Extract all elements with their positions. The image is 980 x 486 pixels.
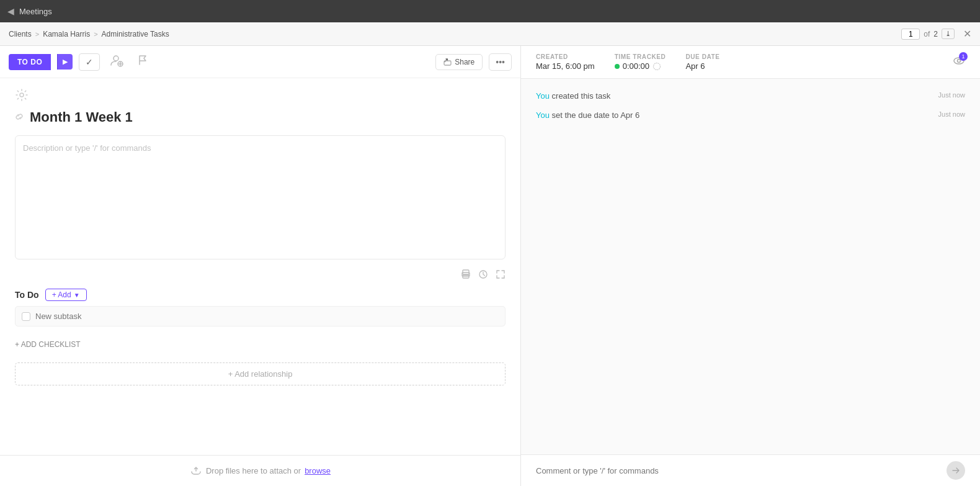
page-total: 2 — [933, 30, 938, 38]
meta-bar: CREATED Mar 15, 6:00 pm TIME TRACKED 0:0… — [521, 46, 980, 79]
main-layout: TO DO ▶ ✓ — [0, 46, 980, 486]
time-dot — [615, 64, 620, 69]
watch-button[interactable]: 1 — [953, 55, 965, 70]
file-drop-bar: Drop files here to attach or browse — [0, 455, 520, 486]
comment-input[interactable] — [536, 466, 940, 475]
task-nav: 1 of 2 ⤓ — [901, 29, 955, 40]
breadcrumb-sep-1: > — [35, 30, 39, 38]
breadcrumb-sep-2: > — [94, 30, 97, 38]
time-tracked-label: TIME TRACKED — [615, 53, 666, 60]
add-relationship-button[interactable]: + Add relationship — [15, 362, 506, 385]
due-date-label: DUE DATE — [685, 53, 719, 60]
comment-bar — [521, 454, 980, 486]
add-subtask-button[interactable]: + Add ▼ — [45, 289, 87, 301]
flag-button[interactable] — [133, 52, 153, 72]
toolbar: TO DO ▶ ✓ — [0, 46, 520, 78]
activity-item-created: You created this task Just now — [536, 91, 965, 101]
meta-created: CREATED Mar 15, 6:00 pm — [536, 53, 595, 71]
breadcrumb-bar: Clients > Kamala Harris > Administrative… — [0, 22, 980, 46]
back-icon[interactable]: ◀ — [7, 6, 14, 16]
status-arrow-button[interactable]: ▶ — [57, 54, 73, 70]
close-button[interactable]: ✕ — [963, 28, 971, 40]
time-tracked-value[interactable]: 0:00:00 — [615, 61, 666, 71]
task-page-input[interactable]: 1 — [901, 29, 920, 40]
created-label: CREATED — [536, 53, 595, 60]
browse-link[interactable]: browse — [305, 466, 331, 475]
activity-detail-1: created this task — [550, 91, 610, 101]
subtask-section: To Do + Add ▼ — [15, 289, 506, 326]
activity-feed: You created this task Just now You set t… — [521, 79, 980, 454]
watch-count-badge: 1 — [959, 52, 968, 61]
meta-time-tracked: TIME TRACKED 0:00:00 — [615, 53, 666, 71]
add-label: + Add — [52, 290, 71, 299]
subtask-checkbox[interactable] — [22, 312, 30, 321]
svg-point-10 — [654, 63, 661, 70]
more-button[interactable]: ••• — [489, 53, 512, 71]
check-button[interactable]: ✓ — [79, 53, 100, 71]
description-toolbar — [15, 269, 506, 281]
subtask-label: To Do — [15, 290, 39, 300]
activity-item-due: You set the due date to Apr 6 Just now — [536, 110, 965, 120]
share-label: Share — [455, 58, 474, 66]
right-panel: CREATED Mar 15, 6:00 pm TIME TRACKED 0:0… — [521, 46, 980, 486]
breadcrumb-clients[interactable]: Clients — [9, 30, 32, 38]
description-area[interactable]: Description or type '/' for commands — [15, 135, 506, 259]
add-checklist-button[interactable]: + ADD CHECKLIST — [15, 336, 81, 353]
svg-point-0 — [114, 56, 118, 61]
activity-text-due: You set the due date to Apr 6 — [536, 110, 639, 120]
upload-icon — [190, 463, 202, 479]
timer-icon[interactable] — [653, 62, 661, 71]
top-bar: ◀ Meetings — [0, 0, 980, 22]
time-value-text: 0:00:00 — [623, 61, 649, 71]
activity-you-2: You — [536, 110, 550, 120]
task-content: Month 1 Week 1 Description or type '/' f… — [0, 78, 520, 455]
comment-send-button[interactable] — [947, 461, 965, 480]
meta-due-date: DUE DATE Apr 6 — [685, 53, 719, 71]
due-date-value[interactable]: Apr 6 — [685, 61, 719, 71]
activity-detail-2: set the due date to Apr 6 — [550, 110, 639, 120]
assign-user-button[interactable] — [106, 51, 127, 73]
task-title[interactable]: Month 1 Week 1 — [30, 109, 506, 125]
activity-text-created: You created this task — [536, 91, 610, 101]
expand-icon[interactable] — [496, 269, 506, 281]
created-value: Mar 15, 6:00 pm — [536, 61, 595, 71]
activity-time-1: Just now — [938, 91, 965, 99]
breadcrumb-admin-tasks[interactable]: Administrative Tasks — [102, 30, 169, 38]
breadcrumb-kamala[interactable]: Kamala Harris — [43, 30, 90, 38]
add-arrow-icon: ▼ — [74, 292, 80, 299]
activity-time-2: Just now — [938, 110, 965, 118]
subtask-header: To Do + Add ▼ — [15, 289, 506, 301]
task-settings-icon-row — [15, 88, 506, 104]
import-button[interactable]: ⤓ — [942, 29, 955, 39]
settings-icon[interactable] — [15, 88, 29, 102]
print-icon[interactable] — [461, 269, 471, 281]
new-subtask-input[interactable] — [35, 312, 499, 321]
status-button[interactable]: TO DO — [9, 54, 51, 70]
share-button[interactable]: Share — [435, 54, 483, 70]
history-icon[interactable] — [478, 269, 488, 281]
activity-you-1: You — [536, 91, 550, 101]
svg-point-5 — [20, 93, 24, 97]
task-link-icon — [15, 112, 24, 123]
left-panel: TO DO ▶ ✓ — [0, 46, 521, 486]
file-drop-text: Drop files here to attach or — [206, 466, 301, 475]
page-of-label: of — [924, 30, 930, 38]
app-title: Meetings — [19, 7, 52, 16]
subtask-row — [15, 306, 506, 326]
task-title-row: Month 1 Week 1 — [15, 109, 506, 125]
description-placeholder: Description or type '/' for commands — [23, 143, 151, 153]
